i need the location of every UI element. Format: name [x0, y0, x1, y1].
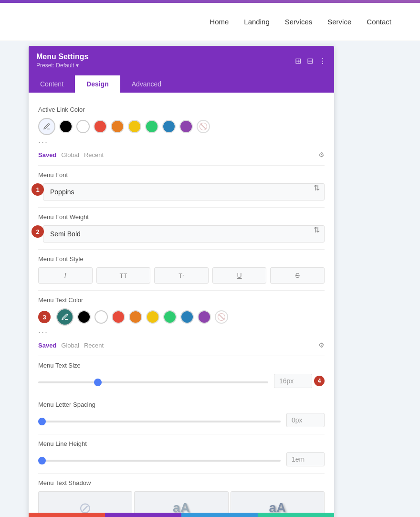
text-swatch-yellow[interactable]	[146, 310, 159, 324]
menu-text-size-section: Menu Text Size 4	[38, 362, 325, 388]
menu-line-height-slider[interactable]	[38, 460, 281, 462]
shadow-medium-text: aA	[269, 500, 286, 513]
swatch-orange[interactable]	[111, 120, 124, 133]
style-underline-btn[interactable]: U	[212, 267, 267, 284]
tab-content[interactable]: Content	[29, 75, 75, 93]
text-swatch-purple[interactable]	[198, 310, 211, 324]
menu-letter-spacing-label: Menu Letter Spacing	[38, 401, 325, 408]
menu-letter-spacing-input[interactable]	[286, 413, 325, 427]
save-button[interactable]: ✓	[258, 513, 334, 517]
text-swatch-orange[interactable]	[129, 310, 142, 324]
saved-label-2[interactable]: Saved	[38, 342, 56, 349]
menu-letter-spacing-slider-row	[38, 413, 325, 427]
color-picker-button-1[interactable]	[38, 118, 55, 135]
swatch-purple[interactable]	[179, 120, 193, 133]
panel-header-actions: ⊞ ⊟ ⋮	[295, 56, 326, 65]
badge-2: 2	[32, 225, 44, 238]
global-label-1[interactable]: Global	[61, 151, 79, 158]
text-color-picker-btn[interactable]	[56, 308, 74, 326]
menu-text-size-slider[interactable]	[38, 381, 268, 383]
menu-font-select-wrap: 1 Poppins ⇅	[38, 183, 325, 200]
menu-letter-spacing-slider[interactable]	[38, 421, 281, 422]
nav-service[interactable]: Service	[327, 18, 351, 26]
swatch-white[interactable]	[76, 120, 90, 133]
menu-text-size-input[interactable]	[274, 374, 312, 388]
menu-font-section: Menu Font 1 Poppins ⇅	[38, 171, 325, 200]
menu-line-height-label: Menu Line Height	[38, 440, 325, 447]
saved-label-1[interactable]: Saved	[38, 151, 56, 158]
text-swatch-slash[interactable]	[215, 310, 228, 324]
nav-home[interactable]: Home	[210, 18, 229, 26]
menu-settings-panel: Menu Settings Preset: Default ▾ ⊞ ⊟ ⋮ Co…	[29, 46, 334, 517]
menu-text-size-slider-row: 4	[38, 374, 325, 388]
panel-preset[interactable]: Preset: Default ▾	[36, 62, 88, 69]
swatch-red[interactable]	[94, 120, 107, 133]
menu-line-height-slider-row	[38, 452, 325, 466]
undo-button[interactable]: ↺	[105, 513, 181, 517]
redo-button[interactable]: ↻	[181, 513, 258, 517]
panel-icon-columns[interactable]: ⊟	[307, 56, 313, 65]
panel-header: Menu Settings Preset: Default ▾ ⊞ ⊟ ⋮	[29, 46, 334, 75]
text-swatch-blue[interactable]	[180, 310, 194, 324]
gear-icon-1[interactable]: ⚙	[318, 151, 325, 158]
menu-letter-spacing-section: Menu Letter Spacing	[38, 401, 325, 427]
menu-line-height-slider-container	[38, 455, 281, 464]
panel-header-title-area: Menu Settings Preset: Default ▾	[36, 53, 88, 69]
shadow-none-cell[interactable]: ⊘	[38, 491, 132, 513]
text-swatch-white[interactable]	[94, 310, 108, 324]
nav-contact[interactable]: Contact	[367, 18, 391, 26]
style-italic-btn[interactable]: I	[38, 267, 93, 284]
gear-icon-2[interactable]: ⚙	[318, 341, 325, 349]
accent-bar	[0, 0, 420, 3]
shadow-medium-cell[interactable]: aA	[231, 491, 325, 513]
panel-icon-more[interactable]: ⋮	[319, 56, 326, 65]
recent-label-1[interactable]: Recent	[84, 151, 104, 158]
menu-line-height-section: Menu Line Height	[38, 440, 325, 466]
global-label-2[interactable]: Global	[61, 342, 79, 349]
swatch-yellow[interactable]	[128, 120, 141, 133]
text-swatch-red[interactable]	[112, 310, 125, 324]
nav-services[interactable]: Services	[285, 18, 313, 26]
swatch-green[interactable]	[145, 120, 158, 133]
menu-font-style-section: Menu Font Style I TT Tr U S	[38, 255, 325, 284]
saved-row-1: Saved Global Recent ⚙	[38, 151, 325, 158]
tab-design[interactable]: Design	[75, 75, 120, 93]
text-swatch-black[interactable]	[77, 310, 91, 324]
badge-4: 4	[314, 376, 325, 386]
panel-tabs: Content Design Advanced	[29, 75, 334, 93]
active-link-color-row	[38, 118, 325, 135]
style-strikethrough-btn[interactable]: S	[270, 267, 325, 284]
nav-landing[interactable]: Landing	[244, 18, 269, 26]
style-capitalize-btn[interactable]: Tr	[154, 267, 209, 284]
cancel-button[interactable]: ✕	[29, 513, 105, 517]
menu-text-shadow-section: Menu Text Shadow ⊘ aA aA aA 3A	[38, 479, 325, 513]
color-row-expand-1[interactable]: ···	[38, 137, 48, 147]
text-swatch-green[interactable]	[163, 310, 177, 324]
action-bar: ✕ ↺ ↻ ✓	[29, 513, 334, 517]
recent-label-2[interactable]: Recent	[84, 342, 104, 349]
menu-font-select[interactable]: Poppins	[43, 183, 325, 200]
swatch-blue[interactable]	[162, 120, 176, 133]
saved-row-2: Saved Global Recent ⚙	[38, 341, 325, 349]
shadow-light-cell[interactable]: aA	[134, 491, 228, 513]
style-uppercase-btn[interactable]: TT	[96, 267, 151, 284]
top-navigation: Home Landing Services Service Contact	[210, 18, 391, 26]
menu-text-color-row: 3	[38, 308, 325, 326]
active-link-color-section: Active Link Color	[38, 106, 325, 158]
tab-advanced[interactable]: Advanced	[120, 75, 173, 93]
swatch-slash[interactable]	[197, 120, 210, 133]
menu-line-height-input[interactable]	[286, 452, 325, 466]
swatch-black[interactable]	[59, 120, 73, 133]
menu-font-weight-select[interactable]: Semi Bold	[43, 225, 325, 243]
menu-text-size-value-box: 4	[274, 374, 325, 388]
menu-font-weight-select-wrap: 2 Semi Bold ⇅	[38, 225, 325, 243]
svg-line-2	[219, 314, 224, 320]
shadow-light-text: aA	[173, 500, 190, 513]
active-link-color-label: Active Link Color	[38, 106, 325, 113]
panel-icon-fullscreen[interactable]: ⊞	[295, 56, 301, 65]
panel-body: Active Link Color	[29, 93, 334, 513]
font-style-row: I TT Tr U S	[38, 267, 325, 284]
menu-font-weight-label: Menu Font Weight	[38, 213, 325, 221]
badge-1: 1	[32, 183, 44, 196]
color-row-expand-2[interactable]: ···	[38, 327, 48, 337]
